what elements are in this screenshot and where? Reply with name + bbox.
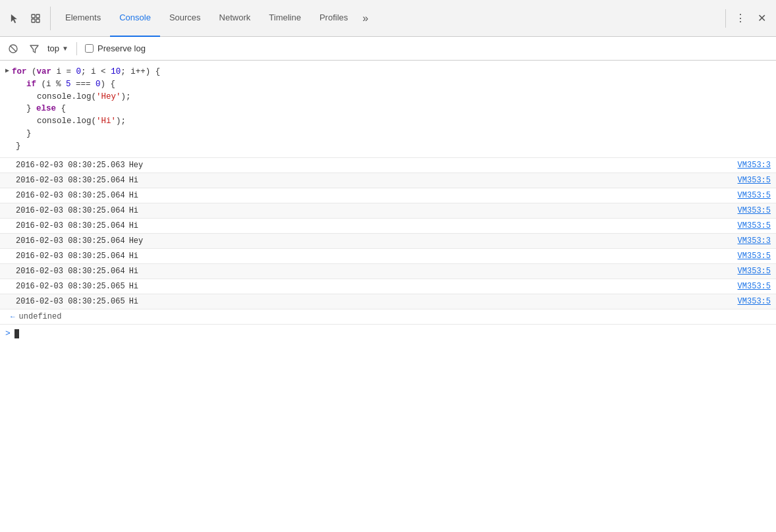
log-message: Hi xyxy=(129,280,738,292)
log-timestamp: 2016-02-03 08:30:25.064 xyxy=(16,250,125,262)
log-timestamp: 2016-02-03 08:30:25.064 xyxy=(16,174,125,186)
log-line: 2016-02-03 08:30:25.064 HiVM353:5 xyxy=(0,249,776,264)
log-line: 2016-02-03 08:30:25.065 HiVM353:5 xyxy=(0,279,776,294)
console-content[interactable]: ▶ for ( var i = 0 ; i < 10 ; i++) { if (… xyxy=(0,61,776,532)
log-source[interactable]: VM353:5 xyxy=(738,280,771,292)
tab-console[interactable]: Console xyxy=(110,0,160,37)
menu-button[interactable]: ⋮ xyxy=(731,9,750,28)
preserve-log-checkbox[interactable] xyxy=(85,44,94,53)
code-line-1: ▶ for ( var i = 0 ; i < 10 ; i++) { xyxy=(0,66,776,78)
tab-timeline[interactable]: Timeline xyxy=(260,0,310,37)
code-line-7: } xyxy=(0,140,776,153)
log-message: Hi xyxy=(129,250,738,262)
tab-profiles[interactable]: Profiles xyxy=(310,0,357,37)
log-line: 2016-02-03 08:30:25.064 HiVM353:5 xyxy=(0,173,776,188)
code-line-3: console.log( 'Hey' ); xyxy=(0,91,776,103)
log-message: Hi xyxy=(129,205,738,217)
code-line-4: } else { xyxy=(0,103,776,115)
code-line-6: } xyxy=(0,128,776,140)
log-timestamp: 2016-02-03 08:30:25.065 xyxy=(16,280,125,292)
context-label: top xyxy=(47,43,59,53)
filter-separator xyxy=(76,42,77,55)
undefined-text: undefined xyxy=(19,311,62,323)
log-source[interactable]: VM353:3 xyxy=(738,159,771,171)
log-source[interactable]: VM353:3 xyxy=(738,235,771,247)
log-message: Hi xyxy=(129,190,738,201)
log-source[interactable]: VM353:5 xyxy=(738,220,771,232)
prompt-icon: > xyxy=(5,327,11,340)
inspect-icon[interactable] xyxy=(26,9,45,28)
cursor-icon[interactable] xyxy=(5,9,24,28)
preserve-log-text: Preserve log xyxy=(97,43,146,53)
devtools-header: Elements Console Sources Network Timelin… xyxy=(0,0,776,37)
log-timestamp: 2016-02-03 08:30:25.064 xyxy=(16,220,125,232)
svg-rect-1 xyxy=(36,14,40,18)
log-line: 2016-02-03 08:30:25.065 HiVM353:5 xyxy=(0,294,776,309)
nav-tabs: Elements Console Sources Network Timelin… xyxy=(56,0,725,36)
svg-marker-6 xyxy=(30,45,38,53)
input-line[interactable]: > xyxy=(0,325,776,343)
log-source[interactable]: VM353:5 xyxy=(738,250,771,262)
log-timestamp: 2016-02-03 08:30:25.064 xyxy=(16,235,125,247)
svg-rect-2 xyxy=(32,19,35,22)
tab-network[interactable]: Network xyxy=(210,0,260,37)
more-tabs-button[interactable]: » xyxy=(357,0,374,37)
log-message: Hey xyxy=(129,235,738,247)
log-lines-container: 2016-02-03 08:30:25.063 HeyVM353:32016-0… xyxy=(0,158,776,309)
log-source[interactable]: VM353:5 xyxy=(738,296,771,307)
log-line: 2016-02-03 08:30:25.064 HeyVM353:3 xyxy=(0,234,776,249)
preserve-log-label[interactable]: Preserve log xyxy=(85,43,146,53)
code-line-5: console.log( 'Hi' ); xyxy=(0,115,776,128)
log-message: Hi xyxy=(129,174,738,186)
tab-elements[interactable]: Elements xyxy=(56,0,110,37)
undefined-line: ← undefined xyxy=(0,309,776,325)
log-message: Hi xyxy=(129,220,738,232)
cursor xyxy=(14,329,19,338)
dropdown-arrow: ▼ xyxy=(62,45,69,52)
return-arrow-icon: ← xyxy=(11,311,15,323)
code-block: ▶ for ( var i = 0 ; i < 10 ; i++) { if (… xyxy=(0,61,776,158)
log-line: 2016-02-03 08:30:25.064 HiVM353:5 xyxy=(0,264,776,279)
svg-rect-3 xyxy=(36,19,40,22)
expand-arrow[interactable]: ▶ xyxy=(5,66,9,76)
log-line: 2016-02-03 08:30:25.064 HiVM353:5 xyxy=(0,188,776,203)
code-line-2: if (i % 5 === 0 ) { xyxy=(0,78,776,91)
filter-button[interactable] xyxy=(26,41,42,57)
log-line: 2016-02-03 08:30:25.064 HiVM353:5 xyxy=(0,219,776,234)
log-source[interactable]: VM353:5 xyxy=(738,190,771,201)
log-timestamp: 2016-02-03 08:30:25.063 xyxy=(16,159,125,171)
close-button[interactable]: ✕ xyxy=(752,9,771,28)
log-source[interactable]: VM353:5 xyxy=(738,265,771,277)
log-source[interactable]: VM353:5 xyxy=(738,205,771,217)
log-timestamp: 2016-02-03 08:30:25.064 xyxy=(16,190,125,201)
log-message: Hi xyxy=(129,265,738,277)
svg-line-5 xyxy=(11,45,16,51)
log-timestamp: 2016-02-03 08:30:25.064 xyxy=(16,205,125,217)
log-message: Hey xyxy=(129,159,738,171)
log-line: 2016-02-03 08:30:25.064 HiVM353:5 xyxy=(0,203,776,219)
header-icons xyxy=(5,7,51,30)
clear-console-button[interactable] xyxy=(5,41,21,57)
kw-for: for xyxy=(12,66,27,78)
log-timestamp: 2016-02-03 08:30:25.064 xyxy=(16,265,125,277)
tab-sources[interactable]: Sources xyxy=(160,0,210,37)
context-dropdown[interactable]: top ▼ xyxy=(47,43,69,53)
log-line: 2016-02-03 08:30:25.063 HeyVM353:3 xyxy=(0,158,776,173)
log-message: Hi xyxy=(129,296,738,307)
svg-rect-0 xyxy=(32,14,35,18)
log-timestamp: 2016-02-03 08:30:25.065 xyxy=(16,296,125,307)
log-source[interactable]: VM353:5 xyxy=(738,174,771,186)
header-right: ⋮ ✕ xyxy=(725,9,771,28)
filter-bar: top ▼ Preserve log xyxy=(0,37,776,61)
